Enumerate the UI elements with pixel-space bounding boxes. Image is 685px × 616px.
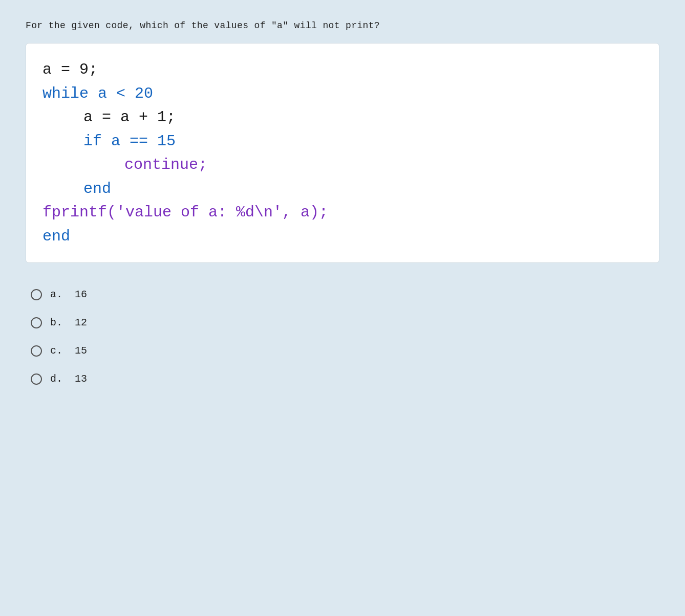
option-a[interactable]: a. 16 (31, 289, 659, 300)
code-block: a = 9; while a < 20 a = a + 1; if a == 1… (26, 43, 659, 263)
radio-a[interactable] (31, 289, 42, 300)
code-line-4: if a == 15 (42, 129, 643, 153)
option-b[interactable]: b. 12 (31, 317, 659, 328)
options-container: a. 16 b. 12 c. 15 d. 13 (26, 289, 659, 385)
code-line-8: end (42, 225, 643, 249)
option-d-label: d. 13 (50, 373, 87, 385)
code-line-2: while a < 20 (42, 82, 643, 106)
code-line-3: a = a + 1; (42, 105, 643, 129)
option-c-label: c. 15 (50, 345, 87, 357)
radio-c[interactable] (31, 345, 42, 357)
radio-b[interactable] (31, 317, 42, 328)
radio-d[interactable] (31, 373, 42, 385)
code-line-5: continue; (42, 153, 643, 177)
option-a-label: a. 16 (50, 289, 87, 300)
code-line-6: end (42, 177, 643, 201)
code-line-1: a = 9; (42, 58, 643, 82)
question-text: For the given code, which of the values … (26, 20, 659, 31)
option-b-label: b. 12 (50, 317, 87, 328)
code-line-7: fprintf('value of a: %d\n', a); (42, 201, 643, 225)
option-c[interactable]: c. 15 (31, 345, 659, 357)
option-d[interactable]: d. 13 (31, 373, 659, 385)
